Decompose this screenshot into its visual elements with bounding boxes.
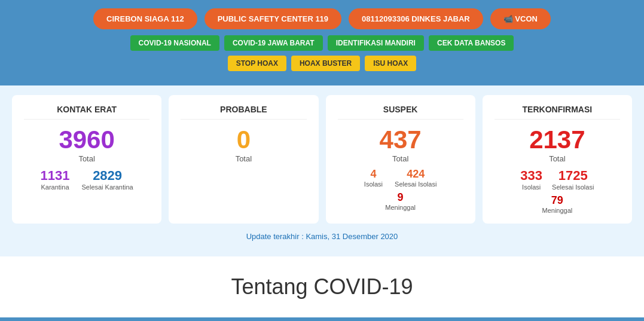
suspek-isolasi-stat: 4 Isolasi — [364, 168, 383, 188]
selesai-karantina-stat: 2829 Selesai Karantina — [81, 168, 133, 191]
suspek-card: SUSPEK 437 Total 4 Isolasi 424 Selesai I… — [326, 95, 475, 224]
hoax-buster-button[interactable]: HOAX BUSTER — [291, 56, 360, 71]
stats-grid: KONTAK ERAT 3960 Total 1131 Karantina 28… — [12, 95, 632, 224]
covid19-jabar-button[interactable]: COVID-19 JAWA BARAT — [224, 35, 323, 51]
kontak-erat-title: KONTAK ERAT — [24, 105, 149, 120]
suspek-selesai-stat: 424 Selesai Isolasi — [395, 168, 437, 188]
suspek-title: SUSPEK — [338, 105, 463, 120]
terkonfirmasi-selesai-label: Selesai Isolasi — [552, 184, 594, 191]
selesai-karantina-label: Selesai Karantina — [81, 184, 133, 191]
suspek-isolasi-num: 4 — [364, 168, 383, 181]
identifikasi-mandiri-button[interactable]: IDENTIFIKASI MANDIRI — [328, 35, 424, 51]
suspek-selesai-num: 424 — [395, 168, 437, 181]
covid19-nasional-button[interactable]: COVID-19 NASIONAL — [130, 35, 219, 51]
suspek-middle-row: 4 Isolasi 424 Selesai Isolasi — [338, 168, 463, 188]
terkonfirmasi-isolasi-stat: 333 Isolasi — [520, 168, 542, 191]
suspek-meninggal-label: Meninggal — [338, 204, 463, 211]
kontak-erat-total-label: Total — [24, 154, 149, 163]
stats-section: KONTAK ERAT 3960 Total 1131 Karantina 28… — [0, 85, 644, 256]
suspek-total: 437 — [338, 126, 463, 154]
karantina-stat: 1131 Karantina — [41, 168, 70, 191]
selesai-karantina-num: 2829 — [81, 168, 133, 184]
cek-data-bansos-button[interactable]: CEK DATA BANSOS — [429, 35, 514, 51]
update-text: Update terakhir : Kamis, 31 Desember 202… — [12, 232, 632, 247]
terkonfirmasi-meninggal-stat: 79 Meninggal — [495, 194, 620, 214]
terkonfirmasi-top: 2137 Total — [495, 126, 620, 163]
suspek-selesai-label: Selesai Isolasi — [395, 181, 437, 188]
karantina-num: 1131 — [41, 168, 70, 184]
hoax-buttons: STOP HOAX HOAX BUSTER ISU HOAX — [12, 56, 632, 71]
terkonfirmasi-meninggal-label: Meninggal — [495, 207, 620, 214]
probable-total: 0 — [181, 126, 306, 154]
kontak-erat-card: KONTAK ERAT 3960 Total 1131 Karantina 28… — [12, 95, 161, 224]
suspek-meninggal-stat: 9 Meninggal — [338, 191, 463, 211]
suspek-total-label: Total — [338, 154, 463, 163]
psc-button[interactable]: PUBLIC SAFETY CENTER 119 — [205, 8, 341, 29]
bottom-section: Tentang COVID-19 — [0, 256, 644, 317]
terkonfirmasi-card: TERKONFIRMASI 2137 Total 333 Isolasi 172… — [483, 95, 632, 224]
green-link-buttons: COVID-19 NASIONAL COVID-19 JAWA BARAT ID… — [12, 35, 632, 51]
vcon-button[interactable]: 📹 VCON — [490, 8, 551, 29]
terkonfirmasi-total-label: Total — [495, 154, 620, 163]
suspek-isolasi-label: Isolasi — [364, 181, 383, 188]
nav-buttons: CIREBON SIAGA 112 PUBLIC SAFETY CENTER 1… — [12, 8, 632, 29]
kontak-erat-sub-stats: 1131 Karantina 2829 Selesai Karantina — [24, 168, 149, 191]
kontak-erat-total: 3960 — [24, 126, 149, 154]
terkonfirmasi-selesai-num: 1725 — [552, 168, 594, 184]
terkonfirmasi-title: TERKONFIRMASI — [495, 105, 620, 120]
terkonfirmasi-row: 333 Isolasi 1725 Selesai Isolasi — [495, 168, 620, 191]
terkonfirmasi-isolasi-label: Isolasi — [520, 184, 542, 191]
bottom-title: Tentang COVID-19 — [12, 274, 632, 299]
cirebon-siaga-button[interactable]: CIREBON SIAGA 112 — [93, 8, 197, 29]
probable-total-label: Total — [181, 154, 306, 163]
probable-card: PROBABLE 0 Total — [169, 95, 318, 224]
terkonfirmasi-selesai-stat: 1725 Selesai Isolasi — [552, 168, 594, 191]
karantina-label: Karantina — [41, 184, 70, 191]
terkonfirmasi-meninggal-num: 79 — [495, 194, 620, 207]
suspek-meninggal-num: 9 — [338, 191, 463, 204]
stop-hoax-button[interactable]: STOP HOAX — [228, 56, 286, 71]
terkonfirmasi-isolasi-num: 333 — [520, 168, 542, 184]
dinkes-button[interactable]: 08112093306 DINKES JABAR — [349, 8, 483, 29]
terkonfirmasi-total: 2137 — [495, 126, 620, 154]
probable-title: PROBABLE — [181, 105, 306, 120]
isu-hoax-button[interactable]: ISU HOAX — [365, 56, 416, 71]
